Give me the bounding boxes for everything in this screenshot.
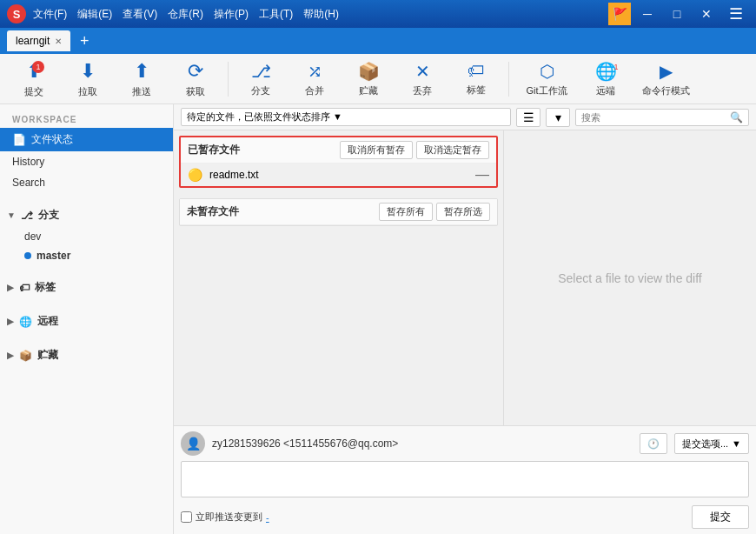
- toolbar-separator-2: [508, 62, 509, 97]
- commit-label: 提交: [24, 85, 43, 98]
- menu-action[interactable]: 操作(P): [214, 7, 249, 22]
- time-icon: 🕐: [647, 438, 660, 450]
- sidebar: WORKSPACE 📄 文件状态 History Search ▼ ⎇ 分支 d…: [0, 104, 174, 534]
- push-button[interactable]: ⬆ 推送: [116, 57, 167, 101]
- stash-group[interactable]: ▶ 📦 贮藏: [0, 344, 173, 367]
- tags-group[interactable]: ▶ 🏷 标签: [0, 276, 173, 299]
- user-avatar: 👤: [181, 431, 205, 456]
- commit-button[interactable]: 1 ⬆ 提交: [9, 57, 59, 101]
- unstaged-files-section: 未暂存文件 暂存所有 暂存所选: [179, 198, 498, 226]
- commit-time-button[interactable]: 🕐: [640, 433, 667, 454]
- tab-label: learngit: [16, 35, 50, 47]
- menu-repo[interactable]: 仓库(R): [168, 7, 203, 22]
- maximize-button[interactable]: □: [664, 3, 690, 25]
- unstaged-files-header: 未暂存文件 暂存所有 暂存所选: [180, 199, 497, 225]
- tag-button[interactable]: 🏷 标签: [451, 57, 501, 101]
- remote-icon: 🌐1: [595, 61, 617, 82]
- remote-group[interactable]: ▶ 🌐 远程: [0, 310, 173, 333]
- branch-master[interactable]: master: [0, 246, 173, 265]
- unstage-file-button[interactable]: —: [475, 167, 489, 183]
- pull-label: 拉取: [78, 85, 97, 98]
- split-panel: 已暂存文件 取消所有暂存 取消选定暂存 🟡 readme.txt —: [174, 130, 756, 425]
- branch-button[interactable]: ⎇ 分支: [235, 57, 286, 101]
- commit-options-button[interactable]: 提交选项... ▼: [674, 433, 749, 454]
- tags-icon: 🏷: [19, 282, 30, 294]
- stage-all-button[interactable]: 暂存所有: [379, 203, 433, 221]
- push-checkbox[interactable]: [181, 511, 192, 523]
- staged-file-item[interactable]: 🟡 readme.txt —: [181, 164, 496, 186]
- minimize-button[interactable]: ─: [634, 3, 660, 25]
- unstaged-title: 未暂存文件: [187, 204, 239, 219]
- branches-arrow: ▼: [7, 210, 16, 220]
- stash-label: 贮藏: [37, 348, 58, 363]
- remote-section: ▶ 🌐 远程: [0, 304, 173, 338]
- cancel-selected-staged-button[interactable]: 取消选定暂存: [416, 141, 489, 159]
- master-dot: [24, 252, 31, 259]
- terminal-label: 命令行模式: [642, 84, 690, 97]
- merge-button[interactable]: ⤮ 合并: [289, 57, 340, 101]
- gitflow-button[interactable]: ⬡ Git工作流: [516, 57, 577, 101]
- pull-icon: ⬇: [80, 60, 96, 83]
- remote-arrow: ▶: [7, 317, 14, 326]
- filter-text: 待定的文件，已依照文件状态排序 ▼: [187, 110, 342, 123]
- title-bar: S 文件(F) 编辑(E) 查看(V) 仓库(R) 操作(P) 工具(T) 帮助…: [0, 0, 756, 28]
- file-status-label: 文件状态: [31, 132, 73, 147]
- filter-dropdown-btn[interactable]: ▾: [546, 108, 570, 127]
- fetch-label: 获取: [186, 85, 205, 98]
- branch-icon: ⎇: [251, 61, 271, 82]
- discard-label: 丢弃: [413, 84, 432, 97]
- tab-close-icon[interactable]: ✕: [55, 37, 62, 46]
- sidebar-item-file-status[interactable]: 📄 文件状态: [0, 128, 173, 151]
- commit-message-input[interactable]: [181, 461, 749, 497]
- push-link[interactable]: -: [266, 512, 269, 523]
- menu-edit[interactable]: 编辑(E): [77, 7, 112, 22]
- sidebar-item-search[interactable]: Search: [0, 172, 173, 193]
- stash-label: 贮藏: [359, 84, 378, 97]
- cancel-all-staged-button[interactable]: 取消所有暂存: [340, 141, 413, 159]
- remote-button[interactable]: 🌐1 远端: [580, 57, 631, 101]
- hamburger-menu[interactable]: ☰: [723, 3, 749, 25]
- menu-view[interactable]: 查看(V): [123, 7, 157, 22]
- filter-select[interactable]: 待定的文件，已依照文件状态排序 ▼: [181, 108, 511, 126]
- fetch-button[interactable]: ⟳ 获取: [170, 57, 221, 101]
- stage-selected-button[interactable]: 暂存所选: [436, 203, 490, 221]
- stash-icon: 📦: [358, 61, 380, 82]
- menu-file[interactable]: 文件(F): [33, 7, 67, 22]
- history-label: History: [12, 156, 44, 168]
- toolbar-separator-1: [228, 62, 229, 97]
- filter-bar: 待定的文件，已依照文件状态排序 ▼ ☰ ▾ 🔍: [174, 104, 756, 130]
- menu-bar[interactable]: 文件(F) 编辑(E) 查看(V) 仓库(R) 操作(P) 工具(T) 帮助(H…: [33, 7, 608, 22]
- tags-section: ▶ 🏷 标签: [0, 270, 173, 304]
- search-input[interactable]: [581, 112, 730, 123]
- commit-submit-button[interactable]: 提交: [692, 505, 749, 529]
- staged-files-header: 已暂存文件 取消所有暂存 取消选定暂存: [181, 137, 496, 164]
- unstaged-header-buttons: 暂存所有 暂存所选: [379, 203, 490, 221]
- branch-dev[interactable]: dev: [0, 227, 173, 246]
- push-label: 推送: [132, 85, 151, 98]
- pull-button[interactable]: ⬇ 拉取: [63, 57, 113, 101]
- remote-label: 远程: [37, 314, 58, 329]
- filter-list-btn[interactable]: ☰: [516, 108, 540, 127]
- terminal-button[interactable]: ▶ 命令行模式: [634, 57, 697, 101]
- new-tab-button[interactable]: +: [74, 30, 95, 51]
- branches-group[interactable]: ▼ ⎇ 分支: [0, 204, 173, 227]
- menu-tools[interactable]: 工具(T): [259, 7, 293, 22]
- content-area: 待定的文件，已依照文件状态排序 ▼ ☰ ▾ 🔍 已暂存文件 取消所有暂存: [174, 104, 756, 534]
- flag-icon: 🚩: [608, 3, 631, 25]
- current-tab[interactable]: learngit ✕: [7, 30, 70, 51]
- terminal-icon: ▶: [660, 61, 673, 82]
- discard-button[interactable]: ✕ 丢弃: [397, 57, 448, 101]
- menu-help[interactable]: 帮助(H): [303, 7, 339, 22]
- toolbar: 1 ⬆ 提交 ⬇ 拉取 ⬆ 推送 ⟳ 获取 ⎇ 分支 ⤮ 合并 📦 贮藏 ✕ 丢…: [0, 54, 756, 104]
- close-button[interactable]: ✕: [693, 3, 720, 25]
- file-status-icon: 📄: [12, 133, 26, 146]
- tag-label: 标签: [467, 83, 486, 97]
- commit-user-name: zy1281539626 <1511455676@qq.com>: [212, 437, 633, 450]
- search-icon: 🔍: [730, 111, 743, 123]
- stash-arrow: ▶: [7, 350, 14, 360]
- diff-panel: Select a file to view the diff: [504, 130, 756, 425]
- stash-button[interactable]: 📦 贮藏: [343, 57, 394, 101]
- sidebar-item-history[interactable]: History: [0, 151, 173, 172]
- stash-icon: 📦: [19, 350, 32, 362]
- commit-options-label: 提交选项...: [682, 437, 728, 451]
